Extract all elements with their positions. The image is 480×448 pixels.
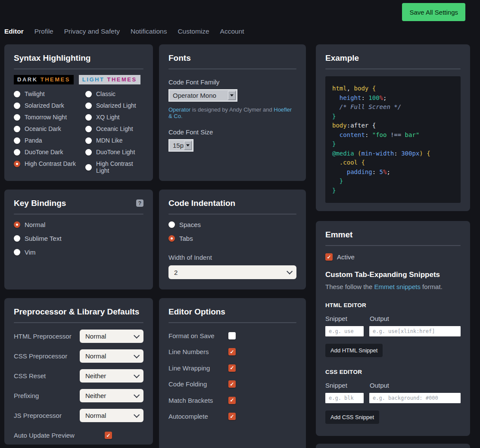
add-html-snippet-button[interactable]: Add HTML Snippet — [325, 344, 383, 357]
emmet-snippets-link[interactable]: Emmet snippets — [374, 283, 421, 290]
emmet-active-checkbox[interactable] — [325, 253, 333, 261]
code-indentation-title: Code Indentation — [168, 198, 296, 208]
dropdown-arrow-icon[interactable] — [184, 141, 192, 150]
html-io-inputs — [325, 326, 461, 336]
tab-customize[interactable]: Customize — [178, 28, 209, 35]
tab-account[interactable]: Account — [220, 28, 244, 35]
code-folding-checkbox[interactable] — [228, 380, 236, 388]
radio-icon[interactable] — [14, 149, 20, 156]
radio-label: High Contrast Light — [96, 160, 143, 174]
settings-tabs: EditorProfilePrivacy and SafetyNotificat… — [4, 28, 244, 35]
autocomplete-checkbox[interactable] — [228, 413, 236, 420]
dark-theme-option-panda[interactable]: Panda — [14, 137, 85, 144]
dropdown-arrow-icon[interactable] — [228, 91, 236, 100]
radio-icon[interactable] — [14, 103, 20, 109]
radio-icon[interactable] — [168, 235, 175, 242]
row-label: CSS Preprocessor — [14, 352, 67, 360]
radio-icon[interactable] — [85, 91, 92, 97]
light-theme-option-xq-light[interactable]: XQ Light — [85, 114, 143, 121]
tab-profile[interactable]: Profile — [34, 28, 53, 35]
light-theme-option-duotone-light[interactable]: DuoTone Light — [85, 149, 143, 156]
tab-privacy-and-safety[interactable]: Privacy and Safety — [64, 28, 120, 35]
light-theme-option-mdn-like[interactable]: MDN Like — [85, 137, 143, 144]
code-font-size-select[interactable]: 15px — [168, 139, 193, 152]
auto-update-preview-checkbox[interactable] — [105, 432, 112, 439]
radio-icon[interactable] — [14, 249, 20, 255]
custom-snippets-heading: Custom Tab-Expanding Snippets — [325, 271, 461, 279]
emmet-card: Emmet Active Custom Tab-Expanding Snippe… — [316, 221, 470, 436]
radio-icon[interactable] — [14, 235, 20, 242]
width-of-indent-select[interactable]: 2 — [168, 265, 296, 279]
code-font-family-select[interactable]: Operator Mono — [168, 89, 237, 102]
radio-label: Solarized Light — [96, 102, 136, 109]
js-preprocessor-select[interactable]: Normal — [80, 409, 143, 422]
tab-editor[interactable]: Editor — [4, 28, 24, 35]
dark-theme-option-high-contrast-dark[interactable]: High Contrast Dark — [14, 160, 85, 167]
html-editor-heading: HTML EDITOR — [325, 302, 461, 308]
radio-label: Spaces — [179, 221, 201, 228]
indentation-option-spaces[interactable]: Spaces — [168, 221, 296, 228]
code-line: } — [332, 177, 454, 186]
css-preprocessor-select[interactable]: Normal — [80, 349, 143, 363]
code-line: } — [332, 186, 454, 196]
dark-theme-option-twilight[interactable]: Twilight — [14, 90, 85, 97]
key-binding-option-sublime-text[interactable]: Sublime Text — [14, 235, 143, 242]
css-output-label: Output — [370, 382, 389, 389]
css-reset-select[interactable]: Neither — [80, 369, 143, 383]
add-css-snippet-button[interactable]: Add CSS Snippet — [325, 411, 379, 424]
dark-theme-option-duotone-dark[interactable]: DuoTone Dark — [14, 149, 85, 156]
preprocessor-row-auto-update-preview: Auto Update Preview — [14, 429, 143, 442]
save-all-settings-button[interactable]: Save All Settings — [402, 3, 465, 21]
radio-icon[interactable] — [14, 114, 20, 121]
radio-icon[interactable] — [85, 164, 92, 171]
key-binding-option-normal[interactable]: Normal — [14, 221, 143, 228]
editor-options-card: Editor Options Format on SaveLine Number… — [159, 298, 306, 448]
radio-icon[interactable] — [14, 126, 20, 132]
editor-option-match-brackets: Match Brackets — [168, 397, 296, 404]
match-brackets-checkbox[interactable] — [228, 397, 236, 404]
fonts-title: Fonts — [168, 53, 296, 63]
format-on-save-checkbox[interactable] — [228, 332, 236, 339]
html-preprocessor-select[interactable]: Normal — [80, 330, 143, 343]
light-badge-word: LIGHT — [82, 76, 105, 83]
emmet-note: These follow the Emmet snippets format. — [325, 283, 461, 290]
radio-icon[interactable] — [14, 161, 20, 167]
code-line: } — [332, 140, 454, 149]
dark-theme-option-tomorrow-night[interactable]: Tomorrow Night — [14, 114, 85, 121]
dark-theme-option-solarized-dark[interactable]: Solarized Dark — [14, 102, 85, 109]
html-output-input[interactable] — [369, 326, 461, 336]
css-output-input[interactable] — [369, 393, 461, 403]
emmet-active-row[interactable]: Active — [325, 253, 461, 261]
light-theme-option-solarized-light[interactable]: Solarized Light — [85, 102, 143, 109]
radio-icon[interactable] — [85, 149, 92, 156]
tab-notifications[interactable]: Notifications — [131, 28, 167, 35]
chevron-down-icon — [134, 392, 140, 398]
select-value: Normal — [85, 412, 106, 419]
radio-icon[interactable] — [85, 114, 92, 121]
operator-link[interactable]: Operator — [168, 106, 190, 113]
radio-icon[interactable] — [85, 126, 92, 132]
key-binding-option-vim[interactable]: Vim — [14, 249, 143, 256]
radio-icon[interactable] — [85, 103, 92, 109]
dark-theme-option-oceanic-dark[interactable]: Oceanic Dark — [14, 125, 85, 132]
radio-icon[interactable] — [14, 221, 20, 228]
light-theme-option-oceanic-light[interactable]: Oceanic Light — [85, 125, 143, 132]
help-icon[interactable]: ? — [136, 199, 143, 207]
radio-icon[interactable] — [85, 137, 92, 144]
radio-icon[interactable] — [14, 137, 20, 144]
radio-icon[interactable] — [14, 91, 20, 97]
radio-label: Oceanic Light — [96, 125, 133, 132]
light-theme-option-high-contrast-light[interactable]: High Contrast Light — [85, 160, 143, 174]
row-label: HTML Preprocessor — [14, 333, 72, 340]
line-numbers-checkbox[interactable] — [228, 348, 236, 355]
prefixing-select[interactable]: Neither — [80, 389, 143, 402]
radio-icon[interactable] — [168, 221, 175, 228]
css-snippet-input[interactable] — [325, 393, 364, 403]
light-theme-option-classic[interactable]: Classic — [85, 90, 143, 97]
divider — [168, 322, 296, 323]
line-wrapping-checkbox[interactable] — [228, 364, 236, 372]
indentation-option-tabs[interactable]: Tabs — [168, 235, 296, 242]
html-snippet-input[interactable] — [325, 326, 364, 336]
dark-badge-word: DARK — [17, 76, 38, 83]
radio-label: Normal — [25, 221, 45, 228]
